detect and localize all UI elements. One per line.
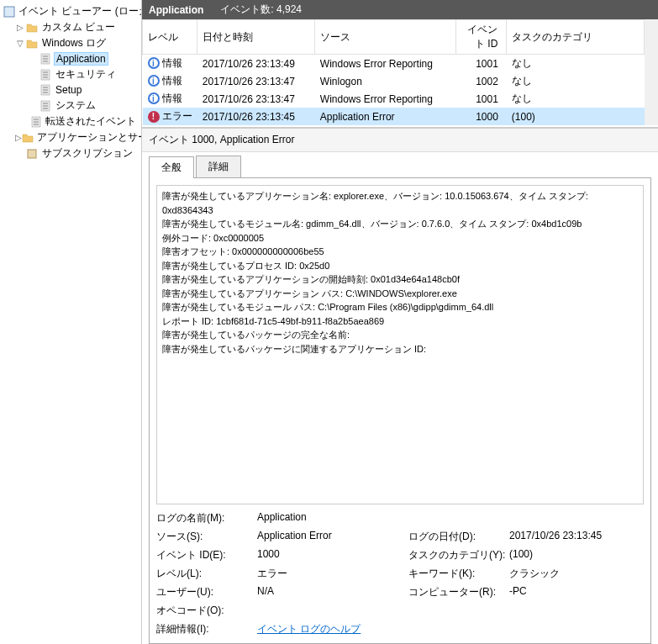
log-icon [39,83,52,97]
log-icon [39,68,52,82]
prop-eventid-value: 1000 [257,548,408,562]
prop-computer-label: コンピューター(R): [408,585,509,599]
log-title: Application [149,4,203,16]
table-row[interactable]: i 情報2017/10/26 23:13:47Windows Error Rep… [143,90,645,108]
prop-level-label: レベル(L): [156,567,257,581]
prop-keyword-label: キーワード(K): [408,567,509,581]
prop-taskcat-value: (100) [509,548,644,562]
detail-panel: イベント 1000, Application Error 全般 詳細 障害が発生… [142,127,658,644]
folder-icon [22,131,34,145]
list-header-bar: Application イベント数: 4,924 [142,0,658,19]
expander-icon[interactable]: ▷ [15,133,22,142]
prop-source-label: ソース(S): [156,530,257,544]
scrollbar[interactable] [645,19,658,125]
tree-item-application[interactable]: Application [2,51,139,66]
tree-item-label: Setup [54,84,83,96]
prop-user-label: ユーザー(U): [156,585,257,599]
col-eventid[interactable]: イベント ID [456,20,507,55]
main-panel: Application イベント数: 4,924 レベル 日付と時刻 ソース イ… [142,0,658,644]
expander-icon[interactable]: ▷ [15,23,25,32]
prop-keyword-value: クラシック [509,567,644,581]
expander-icon[interactable]: ▽ [15,39,25,48]
prop-eventid-label: イベント ID(E): [156,548,257,562]
event-table[interactable]: レベル 日付と時刻 ソース イベント ID タスクのカテゴリ i 情報2017/… [142,19,645,125]
tree-item-label: 転送されたイベント [44,114,138,129]
sub-icon [25,147,39,161]
tree-item-label: アプリケーションとサービス ログ [35,130,142,145]
prop-computer-value: -PC [509,585,644,599]
nav-tree: イベント ビューアー (ローカル) ▷カスタム ビュー▽Windows ログAp… [0,0,142,644]
tree-item-setup[interactable]: Setup [2,82,139,98]
table-row[interactable]: ! エラー2017/10/26 23:13:45Application Erro… [143,108,645,125]
tree-item-label: カスタム ビュー [40,20,117,34]
prop-source-value: Application Error [257,530,408,544]
tree-root-label: イベント ビューアー (ローカル) [17,4,142,18]
tree-item-label: Application [54,52,108,66]
prop-taskcat-label: タスクのカテゴリ(Y): [408,548,509,562]
error-icon: ! [148,111,160,123]
detail-tabs: 全般 詳細 [142,152,658,177]
tab-general[interactable]: 全般 [149,156,194,178]
detail-title: イベント 1000, Application Error [142,129,658,152]
log-icon [39,99,52,113]
svg-rect-0 [4,7,14,17]
prop-level-value: エラー [257,567,408,581]
tree-item-label: システム [54,98,97,113]
prop-logname-label: ログの名前(M): [156,511,257,525]
col-level[interactable]: レベル [143,20,197,55]
tree-item--[interactable]: セキュリティ [2,66,139,82]
tree-item--[interactable]: システム [2,98,139,113]
tab-detail[interactable]: 詳細 [196,156,241,177]
tree-item-windows-[interactable]: ▽Windows ログ [2,35,139,51]
col-task[interactable]: タスクのカテゴリ [507,20,645,55]
event-log-help-link[interactable]: イベント ログのヘルプ [257,622,408,636]
detail-properties: ログの名前(M): Application ソース(S): Applicatio… [156,511,644,636]
table-row[interactable]: i 情報2017/10/26 23:13:47Winlogon1002なし [143,72,645,90]
tree-item--[interactable]: ▷カスタム ビュー [2,19,139,35]
tree-item-label: Windows ログ [40,36,108,50]
folder-icon [25,37,39,50]
tree-item-label: サブスクリプション [40,146,134,161]
folder-icon [25,21,39,34]
tree-item--[interactable]: 転送されたイベント [2,113,139,129]
info-icon: i [148,75,160,87]
prop-logdate-value: 2017/10/26 23:13:45 [509,530,644,544]
col-date[interactable]: 日付と時刻 [197,20,315,55]
info-icon: i [148,57,160,69]
prop-logdate-label: ログの日付(D): [408,530,509,544]
tree-item--[interactable]: ▷アプリケーションとサービス ログ [2,129,139,145]
prop-logname-value: Application [257,511,408,525]
prop-user-value: N/A [257,585,408,599]
eventviewer-icon [3,5,15,18]
info-icon: i [148,92,160,104]
table-row[interactable]: i 情報2017/10/26 23:13:49Windows Error Rep… [143,55,645,73]
event-count: イベント数: 4,924 [220,3,302,17]
prop-opcode-label: オペコード(O): [156,604,257,618]
svg-rect-21 [28,150,36,158]
tree-root[interactable]: イベント ビューアー (ローカル) [2,3,139,19]
tree-item--[interactable]: サブスクリプション [2,145,139,161]
col-source[interactable]: ソース [315,20,456,55]
prop-moreinfo-label: 詳細情報(I): [156,622,257,636]
log-icon [30,115,42,129]
log-icon [39,52,52,66]
detail-message[interactable]: 障害が発生しているアプリケーション名: explorer.exe、バージョン: … [156,185,644,504]
tree-item-label: セキュリティ [54,67,118,82]
